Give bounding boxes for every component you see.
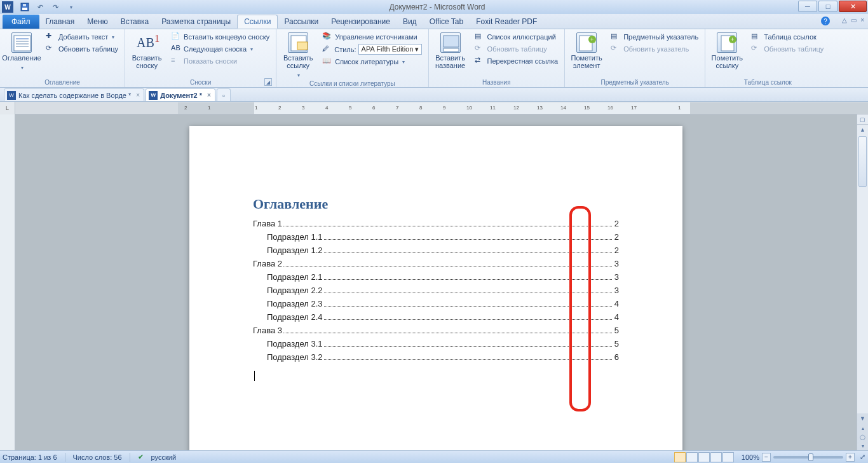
group-citations: Вставить ссылку 📚Управление источниками …: [276, 29, 428, 87]
toc-entry[interactable]: Глава 23: [253, 259, 619, 268]
cross-reference-button[interactable]: ⇄Перекрестная ссылка: [472, 55, 561, 67]
toc-entry[interactable]: Подраздел 3.15: [253, 339, 619, 349]
chevron-down-icon: [296, 71, 300, 78]
save-icon[interactable]: [18, 1, 32, 13]
update-index-button[interactable]: ⟳Обновить указатель: [608, 43, 701, 55]
ribbon-tab[interactable]: Главная: [39, 15, 81, 29]
toc-entry[interactable]: Подраздел 1.12: [253, 232, 619, 242]
document-tab[interactable]: WКак сделать содержание в Ворде *×: [4, 88, 144, 101]
outline-view-button[interactable]: [710, 452, 722, 462]
redo-icon[interactable]: ↷: [48, 1, 62, 13]
proofing-icon[interactable]: ✔: [138, 453, 144, 461]
toc-button[interactable]: Оглавление: [4, 31, 39, 78]
file-tab[interactable]: Файл: [3, 15, 39, 29]
table-of-figures-button[interactable]: ▤Список иллюстраций: [472, 31, 561, 43]
insert-caption-button[interactable]: Вставить название: [433, 31, 468, 78]
doc-tab-label: Документ2 *: [160, 92, 202, 99]
document-canvas[interactable]: Оглавление Глава 12Подраздел 1.12Подразд…: [15, 114, 857, 450]
web-layout-view-button[interactable]: [698, 452, 710, 462]
mark-entry-label: Пометить элемент: [569, 54, 604, 69]
zoom-out-button[interactable]: −: [762, 453, 771, 462]
ribbon-tab[interactable]: Разметка страницы: [155, 15, 237, 29]
zoom-level[interactable]: 100%: [742, 453, 759, 461]
toc-entry[interactable]: Подраздел 2.23: [253, 286, 619, 295]
group-authorities: + Пометить ссылку ▤Таблица ссылок ⟳Обнов…: [705, 29, 830, 87]
browse-object-icon[interactable]: ◯: [857, 432, 868, 441]
draft-view-button[interactable]: [722, 452, 734, 462]
ribbon-tab[interactable]: Ссылки: [237, 15, 278, 29]
window-restore-icon[interactable]: ▭: [851, 17, 857, 24]
ruler-tick: 11: [490, 105, 496, 111]
insert-footnote-button[interactable]: AB1 Вставить сноску: [129, 31, 165, 78]
scroll-down-icon[interactable]: ▼: [857, 413, 868, 424]
minimize-ribbon-icon[interactable]: △: [842, 17, 847, 24]
zoom-slider-thumb[interactable]: [808, 453, 813, 461]
toc-entry[interactable]: Глава 35: [253, 326, 619, 335]
language-status[interactable]: русский: [151, 453, 176, 461]
new-tab-button[interactable]: ▫: [217, 88, 231, 101]
scroll-thumb[interactable]: [858, 136, 867, 187]
prev-page-icon[interactable]: ▴: [857, 424, 868, 432]
ribbon-tab[interactable]: Меню: [81, 15, 114, 29]
manage-sources-button[interactable]: 📚Управление источниками: [320, 31, 424, 43]
insert-citation-button[interactable]: Вставить ссылку: [280, 31, 316, 79]
zoom-slider[interactable]: [773, 456, 843, 459]
next-footnote-button[interactable]: ABСледующая сноска: [168, 43, 272, 55]
ruler-toggle-icon[interactable]: ▢: [857, 114, 868, 125]
full-screen-view-button[interactable]: [686, 452, 698, 462]
page-status[interactable]: Страница: 1 из 6: [3, 453, 57, 461]
toc-entry[interactable]: Подраздел 1.22: [253, 245, 619, 255]
horizontal-ruler[interactable]: 2112345678910111213141516171: [178, 102, 868, 114]
mark-citation-button[interactable]: + Пометить ссылку: [709, 31, 745, 78]
toc-entry-page: 3: [613, 259, 619, 268]
maximize-button[interactable]: □: [818, 1, 837, 12]
zoom-in-button[interactable]: +: [846, 453, 855, 462]
close-button[interactable]: ✕: [839, 1, 867, 12]
show-notes-button[interactable]: ≡Показать сноски: [168, 55, 272, 67]
ribbon-tab[interactable]: Office Tab: [423, 15, 470, 29]
scroll-up-icon[interactable]: ▲: [857, 125, 868, 135]
print-layout-view-button[interactable]: [674, 452, 686, 462]
citation-style-dropdown[interactable]: 🖉Стиль:APA Fifth Edition▾: [320, 43, 424, 55]
qat-customize-icon[interactable]: [64, 1, 78, 13]
toc-leader: [324, 239, 612, 240]
update-toc-button[interactable]: ⟳Обновить таблицу: [43, 43, 121, 55]
close-tab-icon[interactable]: ×: [207, 92, 211, 99]
style-icon: 🖉: [322, 45, 332, 55]
zoom-fit-icon[interactable]: ⤢: [860, 453, 865, 461]
ribbon-tab[interactable]: Вставка: [114, 15, 156, 29]
authorities-table-button[interactable]: ▤Таблица ссылок: [749, 31, 826, 43]
tab-selector[interactable]: L: [0, 102, 15, 114]
next-page-icon[interactable]: ▾: [857, 441, 868, 450]
insert-endnote-button[interactable]: 📄Вставить концевую сноску: [168, 31, 272, 43]
update-authorities-button[interactable]: ⟳Обновить таблицу: [749, 43, 826, 55]
undo-icon[interactable]: ↶: [33, 1, 47, 13]
dialog-launcher-icon[interactable]: ◢: [264, 78, 272, 86]
scroll-track[interactable]: [857, 135, 868, 413]
insert-index-button[interactable]: ▤Предметный указатель: [608, 31, 701, 43]
mark-entry-button[interactable]: + Пометить элемент: [569, 31, 604, 78]
document-tab[interactable]: WДокумент2 *×: [146, 88, 215, 101]
minimize-button[interactable]: ─: [798, 1, 817, 12]
word-count[interactable]: Число слов: 56: [73, 453, 122, 461]
window-close-icon[interactable]: ×: [860, 17, 864, 24]
ribbon-tab[interactable]: Foxit Reader PDF: [470, 15, 543, 29]
ribbon-tab[interactable]: Вид: [397, 15, 423, 29]
toc-entry[interactable]: Подраздел 2.44: [253, 312, 619, 322]
vertical-ruler[interactable]: [0, 114, 15, 450]
add-text-button[interactable]: ✚Добавить текст: [43, 31, 121, 43]
close-tab-icon[interactable]: ×: [136, 92, 140, 99]
page[interactable]: Оглавление Глава 12Подраздел 1.12Подразд…: [189, 126, 682, 450]
update-figures-button[interactable]: ⟳Обновить таблицу: [472, 43, 561, 55]
help-icon[interactable]: ?: [821, 17, 830, 25]
vertical-scrollbar[interactable]: ▢ ▲ ▼ ▴ ◯ ▾: [857, 114, 868, 450]
toc-entry[interactable]: Подраздел 3.26: [253, 352, 619, 362]
toc-entry[interactable]: Подраздел 2.13: [253, 272, 619, 282]
ribbon-tab[interactable]: Рассылки: [278, 15, 325, 29]
toc-entry[interactable]: Глава 12: [253, 219, 619, 228]
toc-entry[interactable]: Подраздел 2.34: [253, 299, 619, 308]
mark-citation-icon: +: [717, 32, 737, 53]
ribbon-tab[interactable]: Рецензирование: [325, 15, 397, 29]
bibliography-icon: 📖: [322, 57, 332, 67]
bibliography-button[interactable]: 📖Список литературы: [320, 56, 424, 67]
